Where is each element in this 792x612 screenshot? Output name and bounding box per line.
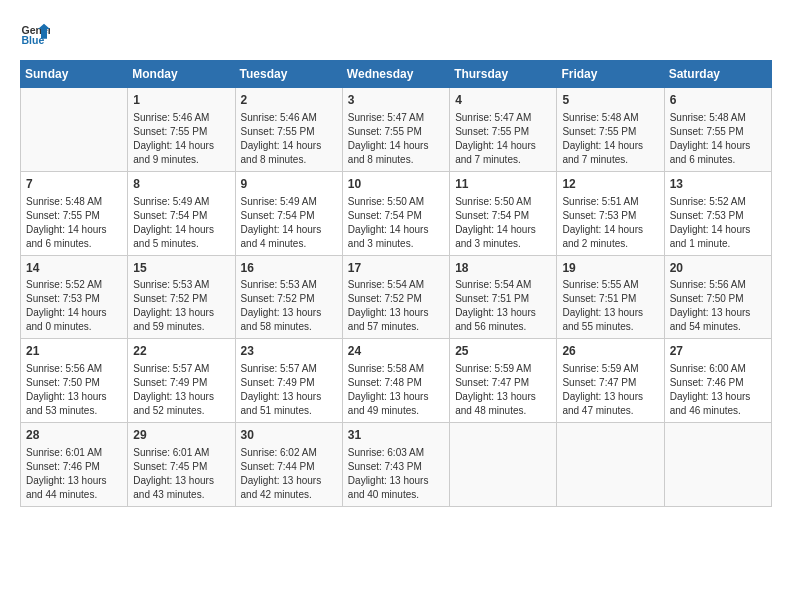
daylight-label: Daylight: 14 hours and 8 minutes. <box>348 140 429 165</box>
day-number: 6 <box>670 92 766 109</box>
cell-content: Sunrise: 6:01 AM Sunset: 7:45 PM Dayligh… <box>133 446 229 502</box>
daylight-label: Daylight: 13 hours and 46 minutes. <box>670 391 751 416</box>
sunrise-label: Sunrise: 5:46 AM <box>241 112 317 123</box>
sunrise-label: Sunrise: 5:47 AM <box>348 112 424 123</box>
daylight-label: Daylight: 14 hours and 6 minutes. <box>26 224 107 249</box>
calendar-cell: 1 Sunrise: 5:46 AM Sunset: 7:55 PM Dayli… <box>128 88 235 172</box>
sunset-label: Sunset: 7:53 PM <box>670 210 744 221</box>
daylight-label: Daylight: 14 hours and 5 minutes. <box>133 224 214 249</box>
day-number: 26 <box>562 343 658 360</box>
calendar-cell: 20 Sunrise: 5:56 AM Sunset: 7:50 PM Dayl… <box>664 255 771 339</box>
calendar-table: SundayMondayTuesdayWednesdayThursdayFrid… <box>20 60 772 507</box>
day-number: 20 <box>670 260 766 277</box>
cell-content: Sunrise: 5:51 AM Sunset: 7:53 PM Dayligh… <box>562 195 658 251</box>
day-number: 10 <box>348 176 444 193</box>
sunrise-label: Sunrise: 5:54 AM <box>455 279 531 290</box>
calendar-cell: 30 Sunrise: 6:02 AM Sunset: 7:44 PM Dayl… <box>235 423 342 507</box>
day-number: 27 <box>670 343 766 360</box>
sunrise-label: Sunrise: 6:01 AM <box>133 447 209 458</box>
day-number: 30 <box>241 427 337 444</box>
day-number: 9 <box>241 176 337 193</box>
sunrise-label: Sunrise: 5:59 AM <box>455 363 531 374</box>
daylight-label: Daylight: 13 hours and 56 minutes. <box>455 307 536 332</box>
cell-content: Sunrise: 5:48 AM Sunset: 7:55 PM Dayligh… <box>670 111 766 167</box>
sunset-label: Sunset: 7:55 PM <box>562 126 636 137</box>
cell-content: Sunrise: 5:52 AM Sunset: 7:53 PM Dayligh… <box>670 195 766 251</box>
weekday-header-thursday: Thursday <box>450 61 557 88</box>
daylight-label: Daylight: 14 hours and 4 minutes. <box>241 224 322 249</box>
day-number: 22 <box>133 343 229 360</box>
calendar-cell: 4 Sunrise: 5:47 AM Sunset: 7:55 PM Dayli… <box>450 88 557 172</box>
daylight-label: Daylight: 13 hours and 52 minutes. <box>133 391 214 416</box>
day-number: 21 <box>26 343 122 360</box>
day-number: 31 <box>348 427 444 444</box>
weekday-header-wednesday: Wednesday <box>342 61 449 88</box>
daylight-label: Daylight: 13 hours and 57 minutes. <box>348 307 429 332</box>
sunrise-label: Sunrise: 5:48 AM <box>26 196 102 207</box>
calendar-cell: 18 Sunrise: 5:54 AM Sunset: 7:51 PM Dayl… <box>450 255 557 339</box>
day-number: 28 <box>26 427 122 444</box>
calendar-cell: 29 Sunrise: 6:01 AM Sunset: 7:45 PM Dayl… <box>128 423 235 507</box>
daylight-label: Daylight: 14 hours and 0 minutes. <box>26 307 107 332</box>
day-number: 19 <box>562 260 658 277</box>
sunrise-label: Sunrise: 5:56 AM <box>670 279 746 290</box>
cell-content: Sunrise: 6:03 AM Sunset: 7:43 PM Dayligh… <box>348 446 444 502</box>
sunset-label: Sunset: 7:46 PM <box>670 377 744 388</box>
sunrise-label: Sunrise: 5:46 AM <box>133 112 209 123</box>
sunrise-label: Sunrise: 5:59 AM <box>562 363 638 374</box>
daylight-label: Daylight: 13 hours and 55 minutes. <box>562 307 643 332</box>
daylight-label: Daylight: 14 hours and 9 minutes. <box>133 140 214 165</box>
week-row-5: 28 Sunrise: 6:01 AM Sunset: 7:46 PM Dayl… <box>21 423 772 507</box>
weekday-header-tuesday: Tuesday <box>235 61 342 88</box>
sunset-label: Sunset: 7:49 PM <box>133 377 207 388</box>
sunrise-label: Sunrise: 5:56 AM <box>26 363 102 374</box>
sunset-label: Sunset: 7:50 PM <box>26 377 100 388</box>
cell-content: Sunrise: 5:50 AM Sunset: 7:54 PM Dayligh… <box>455 195 551 251</box>
sunset-label: Sunset: 7:55 PM <box>241 126 315 137</box>
cell-content: Sunrise: 5:55 AM Sunset: 7:51 PM Dayligh… <box>562 278 658 334</box>
day-number: 5 <box>562 92 658 109</box>
calendar-cell: 11 Sunrise: 5:50 AM Sunset: 7:54 PM Dayl… <box>450 171 557 255</box>
calendar-cell: 3 Sunrise: 5:47 AM Sunset: 7:55 PM Dayli… <box>342 88 449 172</box>
daylight-label: Daylight: 14 hours and 7 minutes. <box>455 140 536 165</box>
calendar-cell: 24 Sunrise: 5:58 AM Sunset: 7:48 PM Dayl… <box>342 339 449 423</box>
day-number: 3 <box>348 92 444 109</box>
day-number: 17 <box>348 260 444 277</box>
sunrise-label: Sunrise: 5:57 AM <box>241 363 317 374</box>
day-number: 4 <box>455 92 551 109</box>
sunset-label: Sunset: 7:52 PM <box>348 293 422 304</box>
calendar-cell: 10 Sunrise: 5:50 AM Sunset: 7:54 PM Dayl… <box>342 171 449 255</box>
daylight-label: Daylight: 14 hours and 8 minutes. <box>241 140 322 165</box>
cell-content: Sunrise: 5:54 AM Sunset: 7:52 PM Dayligh… <box>348 278 444 334</box>
daylight-label: Daylight: 13 hours and 54 minutes. <box>670 307 751 332</box>
weekday-header-sunday: Sunday <box>21 61 128 88</box>
sunrise-label: Sunrise: 5:50 AM <box>348 196 424 207</box>
calendar-cell: 28 Sunrise: 6:01 AM Sunset: 7:46 PM Dayl… <box>21 423 128 507</box>
daylight-label: Daylight: 13 hours and 43 minutes. <box>133 475 214 500</box>
daylight-label: Daylight: 13 hours and 53 minutes. <box>26 391 107 416</box>
svg-text:Blue: Blue <box>22 34 45 46</box>
sunrise-label: Sunrise: 6:01 AM <box>26 447 102 458</box>
calendar-cell <box>450 423 557 507</box>
sunrise-label: Sunrise: 5:57 AM <box>133 363 209 374</box>
day-number: 18 <box>455 260 551 277</box>
daylight-label: Daylight: 14 hours and 1 minute. <box>670 224 751 249</box>
calendar-cell: 7 Sunrise: 5:48 AM Sunset: 7:55 PM Dayli… <box>21 171 128 255</box>
calendar-cell: 31 Sunrise: 6:03 AM Sunset: 7:43 PM Dayl… <box>342 423 449 507</box>
sunset-label: Sunset: 7:46 PM <box>26 461 100 472</box>
calendar-cell: 25 Sunrise: 5:59 AM Sunset: 7:47 PM Dayl… <box>450 339 557 423</box>
cell-content: Sunrise: 6:00 AM Sunset: 7:46 PM Dayligh… <box>670 362 766 418</box>
cell-content: Sunrise: 5:56 AM Sunset: 7:50 PM Dayligh… <box>670 278 766 334</box>
day-number: 2 <box>241 92 337 109</box>
cell-content: Sunrise: 5:50 AM Sunset: 7:54 PM Dayligh… <box>348 195 444 251</box>
sunrise-label: Sunrise: 5:53 AM <box>241 279 317 290</box>
calendar-cell: 19 Sunrise: 5:55 AM Sunset: 7:51 PM Dayl… <box>557 255 664 339</box>
cell-content: Sunrise: 5:48 AM Sunset: 7:55 PM Dayligh… <box>26 195 122 251</box>
week-row-2: 7 Sunrise: 5:48 AM Sunset: 7:55 PM Dayli… <box>21 171 772 255</box>
cell-content: Sunrise: 5:58 AM Sunset: 7:48 PM Dayligh… <box>348 362 444 418</box>
sunset-label: Sunset: 7:48 PM <box>348 377 422 388</box>
calendar-cell: 17 Sunrise: 5:54 AM Sunset: 7:52 PM Dayl… <box>342 255 449 339</box>
sunrise-label: Sunrise: 5:49 AM <box>241 196 317 207</box>
sunrise-label: Sunrise: 5:53 AM <box>133 279 209 290</box>
cell-content: Sunrise: 5:57 AM Sunset: 7:49 PM Dayligh… <box>133 362 229 418</box>
